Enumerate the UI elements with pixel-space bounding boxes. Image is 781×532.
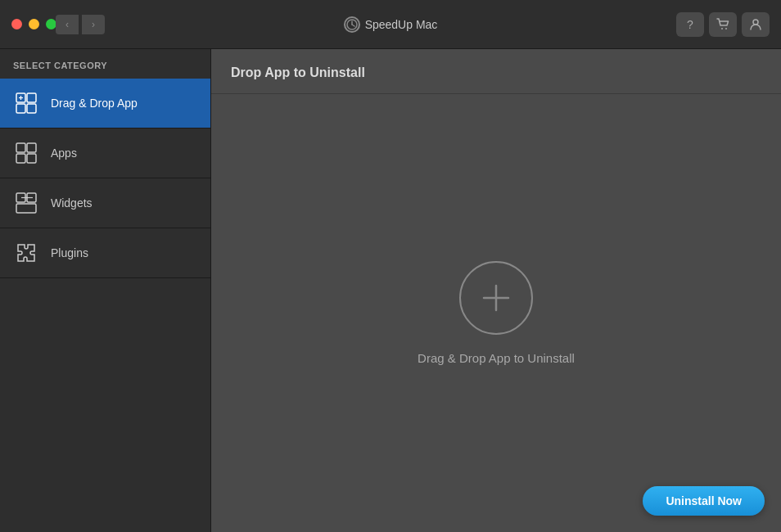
svg-rect-14: [16, 154, 25, 163]
window-controls: [11, 19, 56, 29]
sidebar-item-apps[interactable]: Apps: [0, 128, 210, 178]
drop-zone-label: Drag & Drop App to Uninstall: [418, 351, 575, 365]
apps-icon: [13, 140, 39, 166]
svg-rect-8: [16, 104, 25, 113]
widgets-icon: [13, 190, 39, 216]
drag-drop-icon: [13, 90, 39, 116]
user-button[interactable]: [742, 12, 770, 37]
sidebar-item-widgets[interactable]: Widgets: [0, 178, 210, 228]
minimize-button[interactable]: [29, 19, 39, 29]
svg-point-5: [753, 20, 758, 25]
sidebar-header: Select Category: [0, 49, 210, 79]
main-area: Select Category Drag & Drop App: [0, 49, 781, 532]
titlebar-actions: ?: [676, 12, 770, 37]
drop-circle-icon: [459, 261, 533, 335]
svg-line-2: [352, 25, 354, 26]
svg-point-3: [721, 28, 723, 29]
help-button[interactable]: ?: [676, 12, 704, 37]
back-button[interactable]: ‹: [56, 15, 79, 34]
sidebar-item-plugins[interactable]: Plugins: [0, 228, 210, 278]
forward-button[interactable]: ›: [82, 15, 105, 34]
sidebar-item-drag-drop[interactable]: Drag & Drop App: [0, 79, 210, 128]
app-name-label: SpeedUp Mac: [365, 18, 438, 31]
svg-rect-18: [16, 204, 36, 213]
svg-rect-9: [27, 104, 36, 113]
navigation-arrows: ‹ ›: [56, 15, 105, 34]
cart-button[interactable]: [709, 12, 737, 37]
svg-rect-13: [27, 143, 36, 152]
content-area: Drop App to Uninstall Drag & Drop App to…: [211, 49, 781, 532]
content-header: Drop App to Uninstall: [211, 49, 781, 94]
app-title: SpeedUp Mac: [344, 16, 438, 33]
plugins-icon: [13, 240, 39, 266]
sidebar-item-label: Apps: [51, 147, 77, 160]
close-button[interactable]: [11, 19, 22, 29]
drop-zone[interactable]: Drag & Drop App to Uninstall: [211, 94, 781, 532]
sidebar-item-label: Widgets: [51, 196, 93, 210]
svg-point-4: [725, 28, 727, 29]
sidebar-item-label: Drag & Drop App: [51, 97, 138, 110]
uninstall-now-button[interactable]: Uninstall Now: [643, 486, 765, 516]
app-icon: [344, 16, 360, 33]
svg-rect-12: [16, 143, 25, 152]
sidebar: Select Category Drag & Drop App: [0, 49, 211, 532]
svg-rect-15: [27, 154, 36, 163]
titlebar: ‹ › SpeedUp Mac ?: [0, 0, 781, 49]
svg-rect-7: [27, 93, 36, 102]
sidebar-item-label: Plugins: [51, 246, 88, 259]
